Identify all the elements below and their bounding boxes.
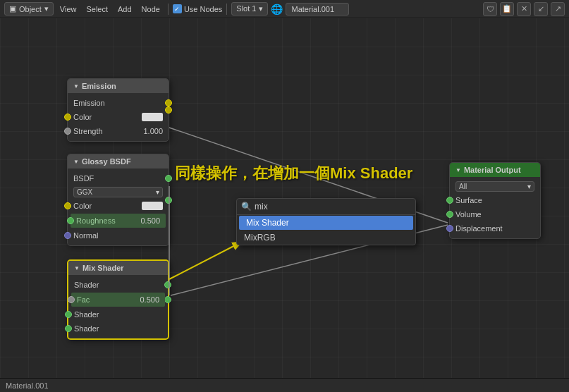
glossy-dropdown-arrow: ▾ <box>156 188 159 196</box>
search-input[interactable] <box>255 202 411 212</box>
material-output-body: All ▾ Surface Volume Displacement <box>450 177 540 238</box>
mix-shader-socket-out <box>164 281 171 288</box>
glossy-color-socket <box>64 202 71 209</box>
mix-shader-shader2-socket <box>65 325 72 332</box>
mix-shader-header: ▼ Mix Shader <box>68 261 168 275</box>
mode-icon: ▣ <box>9 4 16 13</box>
emission-body: Emission Color Strength 1.000 <box>68 93 169 141</box>
glossy-roughness-row: Roughness 0.500 <box>71 214 166 228</box>
top-bar-icons: 🛡 📋 ✕ ↙ ↗ <box>483 2 565 16</box>
glossy-normal-socket <box>64 232 71 239</box>
glossy-color-swatch[interactable] <box>142 202 163 210</box>
glossy-distribution-row: GGX ▾ <box>68 185 169 199</box>
search-result-mix-shader-label: Mix Shader <box>246 218 289 228</box>
material-name[interactable]: Material.001 <box>286 3 349 16</box>
glossy-roughness-value[interactable]: 0.500 <box>132 216 160 225</box>
mode-chevron: ▾ <box>44 4 49 13</box>
copy-icon[interactable]: 📋 <box>500 2 514 16</box>
search-result-mixrgb[interactable]: MixRGB <box>237 231 415 245</box>
mix-shader-shader1-row: Shader <box>68 307 168 321</box>
glossy-distribution-value: GGX <box>77 188 92 196</box>
glossy-triangle: ▼ <box>73 159 79 165</box>
glossy-bsdf-row: BSDF <box>68 171 169 185</box>
material-output-all-row: All ▾ <box>450 180 540 193</box>
emission-strength-label: Strength <box>73 127 135 135</box>
emission-strength-row: Strength 1.000 <box>68 124 169 138</box>
divider2 <box>226 4 227 15</box>
emission-color-row: Color <box>68 110 169 124</box>
material-output-displacement-label: Displacement <box>455 224 534 233</box>
mix-shader-node: ▼ Mix Shader Shader Fac 0.500 Shader Sha… <box>67 259 169 340</box>
glossy-distribution-dropdown[interactable]: GGX ▾ <box>73 187 163 197</box>
mix-shader-body: Shader Fac 0.500 Shader Shader <box>68 275 168 338</box>
mix-shader-shader2-row: Shader <box>68 321 168 336</box>
emission-color-swatch[interactable] <box>142 113 163 121</box>
status-bar: Material.001 <box>0 378 569 392</box>
use-nodes-checkbox[interactable]: ✓ <box>173 4 182 13</box>
material-output-header: ▼ Material Output <box>450 163 540 177</box>
glossy-normal-row: Normal <box>68 228 169 243</box>
add-menu[interactable]: Add <box>114 4 135 15</box>
view-menu[interactable]: View <box>56 4 80 15</box>
emission-header: ▼ Emission <box>68 79 169 93</box>
mix-shader-fac-value[interactable]: 0.500 <box>131 295 159 304</box>
emission-color-socket-in <box>64 114 71 121</box>
glossy-node: ▼ Glossy BSDF BSDF GGX ▾ Color <box>67 154 169 246</box>
use-nodes-toggle[interactable]: ✓ Use Nodes <box>173 4 222 13</box>
material-output-chevron: ▾ <box>527 183 531 190</box>
emission-triangle: ▼ <box>73 83 79 90</box>
material-output-surface-label: Surface <box>455 196 534 204</box>
arrow-right-icon[interactable]: ↗ <box>551 2 565 16</box>
mode-label: Object <box>19 5 42 13</box>
material-output-all-dropdown[interactable]: All ▾ <box>455 181 534 192</box>
glossy-title: Glossy BSDF <box>82 157 131 166</box>
mix-shader-fac-row: Fac 0.500 <box>71 293 165 307</box>
material-output-surface-row: Surface <box>450 193 540 207</box>
slot-label: Slot 1 <box>236 4 256 13</box>
node-canvas[interactable]: 同樣操作，在增加一個Mix Shader ▼ Emission Emission… <box>0 18 569 378</box>
close-icon[interactable]: ✕ <box>517 2 531 16</box>
search-popup[interactable]: 🔍 Mix Shader MixRGB <box>236 198 416 245</box>
glossy-body: BSDF GGX ▾ Color Roughness 0.500 <box>68 169 169 245</box>
emission-node: ▼ Emission Emission Color Strength 1.000 <box>67 78 169 142</box>
glossy-bsdf-label: BSDF <box>73 174 163 183</box>
top-bar: ▣ Object ▾ View Select Add Node ✓ Use No… <box>0 0 569 18</box>
select-menu[interactable]: Select <box>82 4 111 15</box>
search-icon: 🔍 <box>241 202 252 212</box>
material-output-volume-label: Volume <box>455 210 534 219</box>
mix-shader-title: Mix Shader <box>82 264 124 272</box>
material-output-displacement-socket <box>446 225 453 232</box>
mix-shader-shader-label: Shader <box>74 281 162 289</box>
material-output-displacement-row: Displacement <box>450 221 540 235</box>
emission-title: Emission <box>82 82 116 90</box>
slot-selector[interactable]: Slot 1 ▾ <box>231 2 267 16</box>
material-output-surface-socket <box>446 197 453 204</box>
emission-label-row: Emission <box>68 96 169 110</box>
glossy-normal-label: Normal <box>73 231 163 240</box>
mix-shader-fac-label: Fac <box>77 295 131 304</box>
material-output-volume-row: Volume <box>450 207 540 221</box>
material-output-triangle: ▼ <box>455 167 461 173</box>
sphere-icon: 🌐 <box>271 4 283 15</box>
mix-shader-triangle: ▼ <box>74 265 80 271</box>
arrow-left-icon[interactable]: ↙ <box>534 2 548 16</box>
material-output-all-label: All <box>459 183 467 190</box>
node-menu[interactable]: Node <box>138 4 164 15</box>
glossy-header: ▼ Glossy BSDF <box>68 154 169 169</box>
emission-strength-socket <box>64 128 71 135</box>
glossy-roughness-socket <box>67 217 74 224</box>
glossy-roughness-label: Roughness <box>76 216 132 225</box>
material-output-node: ▼ Material Output All ▾ Surface Volume D… <box>449 162 541 239</box>
search-result-mixrgb-label: MixRGB <box>244 233 276 243</box>
mode-selector[interactable]: ▣ Object ▾ <box>4 2 54 16</box>
emission-strength-value[interactable]: 1.000 <box>135 127 163 135</box>
divider1 <box>168 4 169 15</box>
mix-shader-shader1-socket <box>65 311 72 318</box>
mix-shader-fac-socket <box>68 296 75 303</box>
mix-shader-shader1-label: Shader <box>74 310 162 319</box>
material-output-title: Material Output <box>464 166 521 174</box>
mix-shader-output <box>164 296 171 303</box>
glossy-color-label: Color <box>73 202 139 210</box>
shield-icon[interactable]: 🛡 <box>483 2 497 16</box>
search-result-mix-shader[interactable]: Mix Shader <box>239 216 413 230</box>
